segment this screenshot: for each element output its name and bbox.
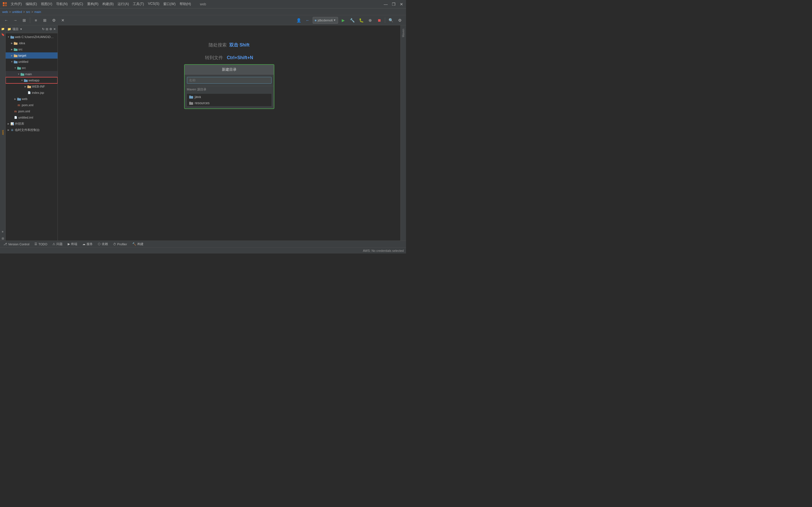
tree-item-src[interactable]: ▼ src	[6, 65, 57, 71]
minimize-button[interactable]: —	[384, 2, 388, 6]
dialog-item-java-label: java	[195, 95, 201, 99]
sidebar-bottom-icon[interactable]: ⊟	[1, 236, 5, 240]
menu-view[interactable]: 视图(V)	[39, 1, 54, 7]
folder-icon-idea	[13, 41, 17, 45]
tab-terminal[interactable]: ▶ 终端	[65, 241, 80, 247]
project-dropdown-arrow[interactable]: ▾	[20, 27, 22, 31]
folder-icon-web	[10, 35, 14, 39]
tree-item-src-top[interactable]: ▶ src	[6, 46, 57, 52]
breadcrumb-web[interactable]: web	[2, 10, 8, 13]
tab-dependencies[interactable]: ⬡ 依赖	[96, 241, 110, 247]
tree-item-temp[interactable]: ▶ 🖥 临时文件和控制台	[6, 127, 57, 133]
build-button[interactable]: 🔧	[348, 16, 356, 24]
tree-item-web-sub[interactable]: ▶ web	[6, 96, 57, 102]
menu-window[interactable]: 窗口(W)	[161, 1, 177, 7]
breadcrumb-main[interactable]: main	[35, 10, 41, 13]
coverage-button[interactable]: ⊕	[366, 16, 374, 24]
menu-code[interactable]: 代码(C)	[70, 1, 85, 7]
tab-version-control[interactable]: ⎇ Version Control	[1, 241, 32, 247]
close-panel-icon[interactable]: ✕	[53, 27, 56, 31]
project-folder-icon: 📁	[7, 27, 11, 31]
close-button[interactable]: ✕	[399, 2, 404, 6]
toolbar-back-btn[interactable]: ←	[2, 16, 10, 24]
stop-button[interactable]: ⏹	[375, 16, 383, 24]
tree-item-web[interactable]: ▼ web C:\Users\ZHUANG\Desktop\课...	[6, 34, 57, 40]
debug-button[interactable]: 🐛	[357, 16, 365, 24]
tab-todo[interactable]: ☰ TODO	[32, 241, 50, 247]
sidebar-aws-icon[interactable]: AWS	[1, 130, 5, 135]
menu-tools[interactable]: 工具(T)	[131, 1, 146, 7]
run-button[interactable]: ▶	[339, 16, 347, 24]
file-icon-jsp: 📄	[27, 91, 31, 95]
toolbar-sep2	[385, 17, 385, 23]
toolbar-recent-btn[interactable]: ⊞	[20, 16, 28, 24]
run-config-dropdown[interactable]: ■ jdbcdemo6 ▾	[313, 17, 338, 24]
menu-run[interactable]: 运行(A)	[116, 1, 131, 7]
tree-arrow-src: ▼	[13, 66, 17, 69]
menu-refactor[interactable]: 重构(R)	[86, 1, 100, 7]
tree-item-target[interactable]: ▶ target	[6, 52, 57, 59]
status-bar: AWS: No credentials selected	[0, 247, 406, 253]
tab-services-label: 服务	[87, 242, 93, 246]
tree-item-pom2[interactable]: m pom.xml	[6, 108, 57, 114]
svg-rect-16	[20, 73, 24, 76]
library-icon: 📊	[10, 122, 14, 126]
tree-item-idea[interactable]: ▶ .idea	[6, 40, 57, 46]
svg-rect-3	[5, 4, 7, 6]
tree-item-main[interactable]: ▼ main	[6, 71, 57, 77]
user-button[interactable]: 👤	[295, 16, 303, 24]
dialog-list-item-java[interactable]: java	[187, 94, 271, 100]
settings2-button[interactable]: ⚙	[396, 16, 404, 24]
tab-profiler[interactable]: ⏱ Profiler	[111, 241, 130, 247]
toolbar-close-panel-btn[interactable]: ✕	[59, 16, 67, 24]
build-icon: 🔨	[132, 242, 136, 246]
panel-settings-icon[interactable]: ⚙	[49, 27, 52, 31]
tab-build-label: 构建	[137, 242, 144, 246]
menu-help[interactable]: 帮助(H)	[178, 1, 193, 7]
toolbar-collapse-btn[interactable]: ≡	[32, 16, 40, 24]
dialog-list-item-resources[interactable]: resources	[187, 100, 271, 106]
tree-label-idea: .idea	[18, 41, 25, 45]
tab-services[interactable]: ☁ 服务	[80, 241, 95, 247]
breadcrumb-untitled[interactable]: untitled	[12, 10, 22, 13]
tree-item-webinf[interactable]: ▶ WEB-INF	[6, 83, 57, 90]
sidebar-project-icon[interactable]: 📁	[1, 26, 5, 31]
dialog-title: 新建目录	[185, 65, 274, 75]
collapse-all-icon[interactable]: ⊟	[46, 27, 48, 31]
settings-button[interactable]: ←	[304, 16, 312, 24]
menu-edit[interactable]: 编辑(E)	[24, 1, 39, 7]
svg-rect-23	[17, 98, 19, 99]
sidebar-bookmark-icon[interactable]: 🔖	[1, 32, 5, 37]
tree-item-untitled-iml[interactable]: 📄 untitled.iml	[6, 114, 57, 121]
tree-label-index-jsp: index.jsp	[32, 91, 44, 94]
tree-item-pom1[interactable]: m pom.xml	[6, 102, 57, 108]
tab-build[interactable]: 🔨 构建	[130, 241, 146, 247]
menu-file[interactable]: 文件(F)	[9, 1, 23, 7]
toolbar-forward-btn[interactable]: →	[11, 16, 19, 24]
tree-item-external[interactable]: ▶ 📊 外部库	[6, 121, 57, 127]
tree-item-untitled[interactable]: ▼ untitled	[6, 59, 57, 65]
search-button[interactable]: 🔍	[387, 16, 395, 24]
tab-problems[interactable]: ⚠ 问题	[50, 241, 65, 247]
refresh-icon[interactable]: ↻	[42, 27, 45, 31]
maximize-button[interactable]: ❒	[391, 2, 396, 6]
tree-label-target: target	[18, 54, 26, 57]
svg-rect-26	[189, 102, 193, 105]
tree-item-index-jsp[interactable]: 📄 index.jsp	[6, 90, 57, 96]
menu-navigate[interactable]: 导航(N)	[54, 1, 69, 7]
aws-status[interactable]: AWS: No credentials selected	[363, 249, 404, 252]
toolbar-settings-btn[interactable]: ⚙	[50, 16, 58, 24]
menu-build[interactable]: 构建(B)	[101, 1, 115, 7]
tab-profiler-label: Profiler	[117, 242, 127, 246]
svg-rect-8	[14, 49, 17, 51]
tree-arrow-main: ▼	[17, 72, 20, 76]
toolbar-expand-btn[interactable]: ⊞	[41, 16, 49, 24]
folder-icon-target	[13, 54, 17, 57]
dialog-name-input[interactable]	[187, 77, 271, 83]
tree-label-pom2: pom.xml	[18, 110, 30, 113]
maven-label[interactable]: Maven	[401, 26, 406, 40]
breadcrumb-src[interactable]: src	[26, 10, 31, 13]
sidebar-structure-icon[interactable]: ≡	[1, 229, 5, 234]
menu-vcs[interactable]: VCS(S)	[146, 1, 161, 7]
tree-item-webapp[interactable]: ▼ webapp	[6, 77, 57, 83]
